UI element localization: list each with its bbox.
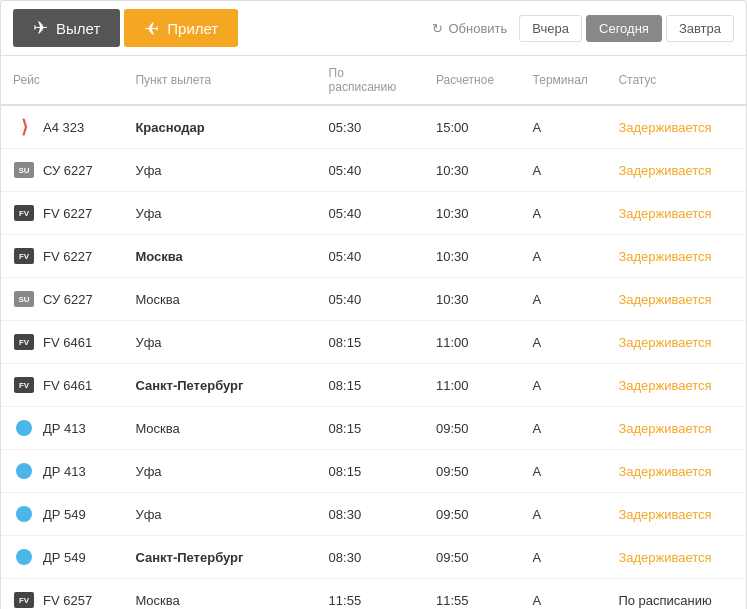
- airline-icon: ⟩: [21, 116, 28, 138]
- date-navigation: Вчера Сегодня Завтра: [519, 15, 734, 42]
- airline-icon-wrapper: FV: [13, 589, 35, 609]
- airline-icon-wrapper: FV: [13, 331, 35, 353]
- flight-number: СУ 6227: [43, 163, 93, 178]
- table-row[interactable]: FV FV 6461 Уфа 08:15 11:00 A Задерживает…: [1, 321, 746, 364]
- estimated-cell: 11:55: [424, 579, 521, 610]
- tab-arrive-label: Прилет: [167, 20, 218, 37]
- origin-cell: Санкт-Петербург: [123, 536, 316, 579]
- terminal-cell: A: [521, 321, 607, 364]
- flight-cell: ДР 549: [1, 493, 123, 536]
- status-badge: Задерживается: [618, 206, 711, 221]
- airline-icon-wrapper: FV: [13, 374, 35, 396]
- terminal-cell: A: [521, 407, 607, 450]
- refresh-icon: ↻: [432, 21, 443, 36]
- airline-icon: FV: [14, 592, 34, 608]
- table-row[interactable]: ⟩ А4 323 Краснодар 05:30 15:00 A Задержи…: [1, 105, 746, 149]
- col-header-origin: Пункт вылета: [123, 56, 316, 105]
- airline-icon: [16, 463, 32, 479]
- origin-cell: Уфа: [123, 450, 316, 493]
- table-body: ⟩ А4 323 Краснодар 05:30 15:00 A Задержи…: [1, 105, 746, 609]
- airline-icon-wrapper: FV: [13, 202, 35, 224]
- today-button[interactable]: Сегодня: [586, 15, 662, 42]
- table-row[interactable]: FV FV 6461 Санкт-Петербург 08:15 11:00 A…: [1, 364, 746, 407]
- table-row[interactable]: ДР 413 Уфа 08:15 09:50 A Задерживается: [1, 450, 746, 493]
- table-row[interactable]: ДР 549 Уфа 08:30 09:50 A Задерживается: [1, 493, 746, 536]
- airline-icon: [16, 549, 32, 565]
- origin-cell: Уфа: [123, 149, 316, 192]
- table-row[interactable]: FV FV 6227 Уфа 05:40 10:30 A Задерживает…: [1, 192, 746, 235]
- origin-cell: Санкт-Петербург: [123, 364, 316, 407]
- estimated-cell: 09:50: [424, 536, 521, 579]
- flight-number: ДР 549: [43, 550, 86, 565]
- scheduled-cell: 08:15: [317, 364, 424, 407]
- status-badge: Задерживается: [618, 378, 711, 393]
- flight-cell: FV FV 6227: [1, 192, 123, 235]
- tomorrow-button[interactable]: Завтра: [666, 15, 734, 42]
- flight-cell: SU СУ 6227: [1, 149, 123, 192]
- status-badge: Задерживается: [618, 249, 711, 264]
- status-badge: Задерживается: [618, 507, 711, 522]
- header-bar: ✈ Вылет ✈ Прилет ↻ Обновить Вчера Сегодн…: [1, 1, 746, 56]
- scheduled-cell: 11:55: [317, 579, 424, 610]
- scheduled-cell: 05:40: [317, 278, 424, 321]
- origin-cell: Уфа: [123, 493, 316, 536]
- airline-icon-wrapper: [13, 503, 35, 525]
- airline-icon-wrapper: ⟩: [13, 116, 35, 138]
- flight-number: А4 323: [43, 120, 84, 135]
- origin-cell: Москва: [123, 235, 316, 278]
- terminal-cell: A: [521, 579, 607, 610]
- refresh-button[interactable]: ↻ Обновить: [432, 21, 507, 36]
- status-cell: Задерживается: [606, 278, 746, 321]
- scheduled-cell: 05:30: [317, 105, 424, 149]
- status-cell: Задерживается: [606, 407, 746, 450]
- terminal-cell: A: [521, 235, 607, 278]
- terminal-cell: A: [521, 149, 607, 192]
- table-header: Рейс Пункт вылета По расписанию Расчетно…: [1, 56, 746, 105]
- origin-cell: Москва: [123, 278, 316, 321]
- flights-table: Рейс Пункт вылета По расписанию Расчетно…: [1, 56, 746, 609]
- estimated-cell: 09:50: [424, 407, 521, 450]
- origin-cell: Уфа: [123, 192, 316, 235]
- tab-arrive[interactable]: ✈ Прилет: [124, 9, 238, 47]
- flight-cell: SU СУ 6227: [1, 278, 123, 321]
- table-row[interactable]: FV FV 6257 Москва 11:55 11:55 A По распи…: [1, 579, 746, 610]
- terminal-cell: A: [521, 450, 607, 493]
- status-cell: Задерживается: [606, 364, 746, 407]
- table-row[interactable]: ДР 413 Москва 08:15 09:50 A Задерживаетс…: [1, 407, 746, 450]
- airline-icon: FV: [14, 377, 34, 393]
- table-row[interactable]: SU СУ 6227 Уфа 05:40 10:30 A Задерживает…: [1, 149, 746, 192]
- status-badge: Задерживается: [618, 163, 711, 178]
- tab-depart[interactable]: ✈ Вылет: [13, 9, 120, 47]
- yesterday-button[interactable]: Вчера: [519, 15, 582, 42]
- airline-icon-wrapper: [13, 417, 35, 439]
- airline-icon: FV: [14, 334, 34, 350]
- flight-cell: ДР 413: [1, 450, 123, 493]
- estimated-cell: 10:30: [424, 192, 521, 235]
- tab-depart-label: Вылет: [56, 20, 100, 37]
- status-cell: По расписанию: [606, 579, 746, 610]
- flight-cell: ДР 413: [1, 407, 123, 450]
- flight-number: FV 6227: [43, 206, 92, 221]
- refresh-label: Обновить: [448, 21, 507, 36]
- airline-icon: FV: [14, 248, 34, 264]
- status-cell: Задерживается: [606, 321, 746, 364]
- status-cell: Задерживается: [606, 536, 746, 579]
- main-container: ✈ Вылет ✈ Прилет ↻ Обновить Вчера Сегодн…: [0, 0, 747, 609]
- table-row[interactable]: FV FV 6227 Москва 05:40 10:30 A Задержив…: [1, 235, 746, 278]
- table-row[interactable]: SU СУ 6227 Москва 05:40 10:30 A Задержив…: [1, 278, 746, 321]
- col-header-terminal: Терминал: [521, 56, 607, 105]
- scheduled-cell: 08:15: [317, 321, 424, 364]
- terminal-cell: A: [521, 105, 607, 149]
- arrive-plane-icon: ✈: [144, 17, 159, 39]
- flight-cell: FV FV 6461: [1, 321, 123, 364]
- airline-icon-wrapper: SU: [13, 159, 35, 181]
- airline-icon-wrapper: SU: [13, 288, 35, 310]
- airline-icon-wrapper: [13, 546, 35, 568]
- col-header-flight: Рейс: [1, 56, 123, 105]
- status-badge: По расписанию: [618, 593, 711, 608]
- table-row[interactable]: ДР 549 Санкт-Петербург 08:30 09:50 A Зад…: [1, 536, 746, 579]
- airline-icon: [16, 420, 32, 436]
- terminal-cell: A: [521, 536, 607, 579]
- terminal-cell: A: [521, 278, 607, 321]
- flight-number: ДР 549: [43, 507, 86, 522]
